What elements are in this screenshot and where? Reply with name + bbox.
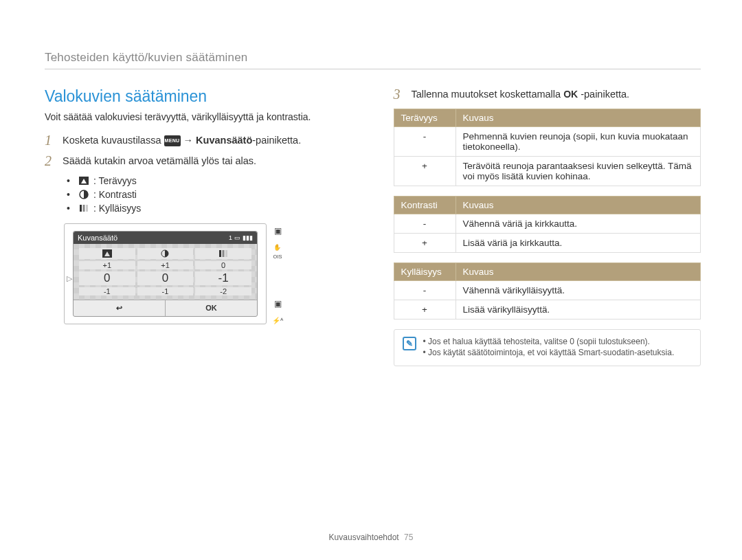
- sym: -: [394, 126, 456, 156]
- col-sat-icon: [195, 248, 251, 259]
- col-contrast-icon: [137, 248, 194, 259]
- camera-screenshot: Kuvansäätö 1 ▭ ▮▮▮ ▷ +1 +1: [64, 223, 267, 324]
- cell: -2: [195, 287, 251, 295]
- step-1: 1 Kosketa kuvaustilassa MENU → Kuvansäät…: [45, 133, 352, 147]
- adjustment-bullets: : Terävyys : Kontrasti : Kylläisyys: [67, 175, 352, 214]
- sym: +: [394, 156, 456, 186]
- bullet-sharp: : Terävyys: [93, 175, 137, 186]
- note-icon: ✎: [403, 337, 416, 350]
- mode-icon: ▣: [274, 226, 282, 236]
- cell-text: Lisää värikylläisyyttä.: [456, 300, 701, 319]
- contrast-icon: [78, 190, 89, 199]
- saturation-icon: [78, 203, 89, 213]
- svg-rect-4: [82, 205, 85, 212]
- svg-rect-5: [86, 205, 88, 212]
- col-sharp-icon: [79, 248, 135, 259]
- cell-text: Lisää väriä ja kirkkautta.: [456, 233, 701, 252]
- cell-text: Vähennä väriä ja kirkkautta.: [456, 214, 701, 233]
- sharpness-icon: [78, 176, 89, 186]
- step-number: 1: [45, 133, 56, 147]
- ois-icon: ✋OIS: [273, 244, 282, 260]
- camera-count: 1: [229, 234, 232, 241]
- selector-arrow-icon: ▷: [67, 274, 72, 283]
- sharpness-table: TerävyysKuvaus -Pehmennä kuvien reunoja …: [394, 109, 701, 186]
- right-column: 3 Tallenna muutokset koskettamalla OK -p…: [394, 87, 701, 366]
- note-box: ✎ Jos et halua käyttää tehosteita, valit…: [394, 329, 701, 366]
- bullet-sat: : Kylläisyys: [93, 203, 141, 214]
- contrast-table: KontrastiKuvaus -Vähennä väriä ja kirkka…: [394, 196, 701, 253]
- cell-text: Vähennä värikylläisyyttä.: [456, 280, 701, 300]
- cell-selected: 0: [137, 271, 194, 285]
- cell: 0: [195, 261, 251, 269]
- breadcrumb-header: Tehosteiden käyttö/kuvien säätäminen: [45, 51, 701, 69]
- step1-text-b: →: [183, 135, 196, 146]
- ok-icon: OK: [563, 88, 578, 102]
- photo-icon: ▣: [274, 299, 282, 309]
- step2-text: Säädä kutakin arvoa vetämällä ylös tai a…: [63, 154, 352, 168]
- cell-text: Terävöitä reunoja parantaaksesi kuvien s…: [456, 156, 701, 186]
- step3-text-b: -painiketta.: [581, 89, 629, 100]
- svg-rect-3: [80, 205, 82, 212]
- step-number: 3: [394, 87, 405, 102]
- th-desc: Kuvaus: [456, 196, 701, 214]
- camera-side-icons: ▣ ✋OIS ▣ ⚡ᴬ: [272, 223, 283, 324]
- intro-text: Voit säätää valokuviesi terävyyttä, väri…: [45, 111, 352, 122]
- note-item: Jos käytät säätötoimintoja, et voi käytt…: [423, 348, 675, 357]
- bullet-contrast: : Kontrasti: [93, 189, 137, 200]
- cell-text: Pehmennä kuvien reunoja (sopii, kun kuvi…: [456, 126, 701, 156]
- left-column: Valokuvien säätäminen Voit säätää valoku…: [45, 87, 352, 366]
- memory-icon: ▭: [234, 234, 240, 241]
- camera-title: Kuvansäätö: [78, 234, 117, 242]
- section-title: Valokuvien säätäminen: [45, 87, 352, 106]
- cell: +1: [137, 261, 194, 269]
- th-desc: Kuvaus: [456, 109, 701, 126]
- th-contrast: Kontrasti: [394, 196, 456, 214]
- step-number: 2: [45, 154, 56, 168]
- th-sat: Kylläisyys: [394, 262, 456, 280]
- step3-text-a: Tallenna muutokset koskettamalla: [412, 89, 564, 100]
- th-sharp: Terävyys: [394, 109, 456, 126]
- step1-text-c: -painiketta.: [252, 135, 301, 146]
- sym: +: [394, 233, 456, 252]
- footer-section: Kuvausvaihtoehdot: [329, 533, 399, 542]
- step-3: 3 Tallenna muutokset koskettamalla OK -p…: [394, 87, 701, 102]
- svg-rect-10: [223, 250, 225, 257]
- step1-bold: Kuvansäätö: [196, 135, 252, 146]
- menu-icon: MENU: [164, 135, 181, 146]
- cell: -1: [137, 287, 194, 295]
- camera-ok-button[interactable]: OK: [166, 300, 257, 316]
- svg-rect-9: [219, 250, 221, 257]
- step1-text-a: Kosketa kuvaustilassa: [63, 135, 164, 146]
- camera-back-button[interactable]: ↩: [74, 300, 166, 316]
- cell: +1: [79, 261, 135, 269]
- th-desc: Kuvaus: [456, 262, 701, 280]
- cell: -1: [79, 287, 135, 295]
- step-2: 2 Säädä kutakin arvoa vetämällä ylös tai…: [45, 154, 352, 168]
- page-footer: Kuvausvaihtoehdot 75: [0, 533, 742, 542]
- cell-selected: -1: [195, 271, 251, 285]
- battery-icon: ▮▮▮: [243, 234, 253, 241]
- footer-page: 75: [404, 533, 413, 542]
- note-item: Jos et halua käyttää tehosteita, valitse…: [423, 337, 675, 346]
- svg-rect-11: [225, 250, 227, 257]
- sym: -: [394, 214, 456, 233]
- sym: -: [394, 280, 456, 300]
- cell-selected: 0: [79, 271, 135, 285]
- saturation-table: KylläisyysKuvaus -Vähennä värikylläisyyt…: [394, 262, 701, 320]
- flash-icon: ⚡ᴬ: [272, 317, 283, 324]
- sym: +: [394, 300, 456, 319]
